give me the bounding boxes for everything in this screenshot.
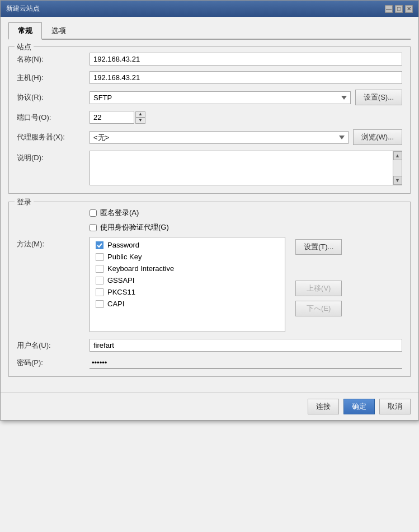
protocol-settings-button[interactable]: 设置(S)... (355, 90, 402, 105)
method-item-pkcs11: PKCS11 (96, 288, 279, 296)
proxy-browse-button[interactable]: 浏览(W)... (353, 129, 402, 145)
username-row: 用户名(U): (17, 339, 402, 352)
method-area: Password Public Key Keyboard Interactive (90, 237, 342, 332)
port-spinner: ▲ ▼ (135, 111, 145, 124)
method-capi-label: CAPI (107, 300, 124, 308)
port-increment-button[interactable]: ▲ (135, 111, 145, 118)
anon-checkbox[interactable] (90, 209, 97, 217)
agent-label: 使用身份验证代理(G) (100, 222, 169, 232)
publickey-unchecked-icon (96, 253, 103, 261)
desc-textarea[interactable] (90, 151, 393, 185)
method-item-keyboard: Keyboard Interactive (96, 264, 279, 273)
method-label: 方法(M): (17, 237, 90, 249)
password-input[interactable] (90, 357, 402, 368)
window-title: 新建云站点 (6, 4, 40, 13)
checkmark-icon (97, 242, 102, 248)
ok-button[interactable]: 确定 (343, 399, 375, 414)
minimize-button[interactable]: — (385, 5, 393, 13)
method-gssapi-label: GSSAPI (107, 276, 134, 284)
host-field-wrapper (90, 71, 402, 84)
method-pkcs11-label: PKCS11 (107, 288, 135, 296)
name-label: 名称(N): (17, 54, 90, 64)
tab-bar: 常规 选项 (8, 22, 411, 40)
username-label: 用户名(U): (17, 340, 90, 351)
gssapi-unchecked-icon (96, 277, 103, 284)
method-item-password: Password (96, 241, 279, 249)
scrollbar-up-arrow[interactable]: ▲ (393, 151, 402, 160)
pkcs11-unchecked-icon (96, 288, 103, 296)
method-item-publickey: Public Key (96, 253, 279, 261)
method-buttons: 设置(T)... 上移(V) 下へ(E) (295, 237, 342, 316)
protocol-row: 协议(R): SFTP FTP FTPS SCP WebDAV 设置(S)... (17, 90, 402, 105)
protocol-field-wrapper: SFTP FTP FTPS SCP WebDAV 设置(S)... (90, 90, 402, 105)
agent-checkbox[interactable] (90, 224, 97, 231)
site-section-title: 站点 (15, 42, 34, 52)
title-bar: 新建云站点 — □ ✕ (1, 1, 418, 17)
name-field-wrapper (90, 53, 402, 66)
close-button[interactable]: ✕ (405, 5, 413, 13)
dialog-content: 常规 选项 站点 名称(N): 主机(H): 协议(R): (1, 17, 418, 393)
footer-buttons: 连接 确定 取消 (1, 393, 418, 420)
name-input[interactable] (90, 53, 402, 66)
password-row: 密码(P): (17, 357, 402, 368)
cancel-button[interactable]: 取消 (379, 399, 411, 414)
port-field-wrapper: ▲ ▼ (90, 111, 402, 124)
move-up-button[interactable]: 上移(V) (295, 281, 342, 296)
login-section: 登录 匿名登录(A) 使用身份验证代理(G) 方法(M): (8, 202, 411, 377)
capi-unchecked-icon (96, 300, 103, 308)
method-password-label: Password (107, 241, 139, 249)
tab-general[interactable]: 常规 (8, 22, 42, 40)
method-item-capi: CAPI (96, 300, 279, 308)
keyboard-unchecked-icon (96, 265, 103, 273)
maximize-button[interactable]: □ (395, 5, 403, 13)
main-window: 新建云站点 — □ ✕ 常规 选项 站点 名称(N): 主机(H): (0, 0, 419, 421)
method-publickey-label: Public Key (107, 253, 142, 261)
site-section: 站点 名称(N): 主机(H): 协议(R): SFT (8, 46, 411, 194)
login-section-title: 登录 (15, 197, 34, 207)
tab-options[interactable]: 选项 (42, 22, 76, 40)
port-label: 端口号(O): (17, 113, 90, 123)
name-row: 名称(N): (17, 53, 402, 66)
method-item-gssapi: GSSAPI (96, 276, 279, 284)
scrollbar-down-arrow[interactable]: ▼ (393, 176, 402, 185)
proxy-field-wrapper: <无> 浏览(W)... (90, 129, 402, 145)
anon-label: 匿名登录(A) (100, 208, 139, 218)
method-keyboard-label: Keyboard Interactive (107, 264, 174, 273)
method-row: 方法(M): Password (17, 237, 402, 332)
connect-button[interactable]: 连接 (308, 399, 339, 414)
move-down-button[interactable]: 下へ(E) (295, 301, 342, 316)
proxy-select[interactable]: <无> (90, 131, 349, 144)
desc-field-wrapper: ▲ ▼ (90, 151, 402, 185)
port-decrement-button[interactable]: ▼ (135, 118, 145, 124)
proxy-row: 代理服务器(X): <无> 浏览(W)... (17, 129, 402, 145)
password-label: 密码(P): (17, 358, 90, 368)
method-list: Password Public Key Keyboard Interactive (90, 237, 285, 332)
password-field-wrapper (90, 357, 402, 368)
protocol-label: 协议(R): (17, 92, 90, 102)
scrollbar-track (393, 160, 402, 176)
port-row: 端口号(O): ▲ ▼ (17, 111, 402, 124)
desc-label: 说明(D): (17, 151, 90, 163)
method-settings-button[interactable]: 设置(T)... (295, 239, 342, 255)
port-input[interactable] (90, 111, 134, 124)
agent-row: 使用身份验证代理(G) (17, 222, 402, 232)
username-input[interactable] (90, 339, 402, 352)
desc-row: 说明(D): ▲ ▼ (17, 151, 402, 185)
host-input[interactable] (90, 71, 402, 84)
host-row: 主机(H): (17, 71, 402, 84)
proxy-label: 代理服务器(X): (17, 132, 90, 142)
desc-scrollbar: ▲ ▼ (393, 151, 402, 185)
anon-row: 匿名登录(A) (17, 208, 402, 218)
protocol-select[interactable]: SFTP FTP FTPS SCP WebDAV (90, 91, 351, 104)
title-bar-controls: — □ ✕ (385, 5, 413, 13)
password-checked-icon (96, 241, 103, 249)
username-field-wrapper (90, 339, 402, 352)
host-label: 主机(H): (17, 73, 90, 83)
desc-textarea-wrapper: ▲ ▼ (90, 151, 402, 185)
